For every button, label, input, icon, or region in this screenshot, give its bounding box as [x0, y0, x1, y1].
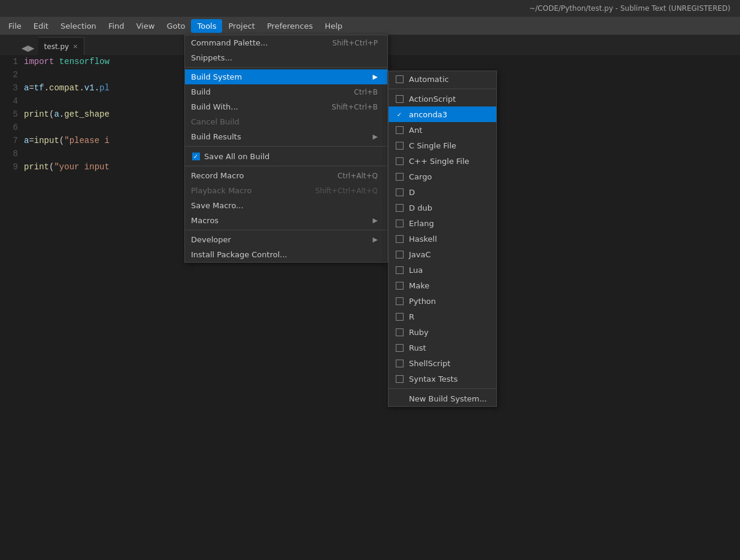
bs-item-javac[interactable]: JavaC — [389, 246, 496, 262]
menu-edit[interactable]: Edit — [28, 19, 54, 33]
item-label: R — [409, 312, 414, 321]
bs-checkbox-c-single-file — [395, 141, 404, 150]
bs-checkbox-anaconda3: ✓ — [395, 109, 404, 119]
menu-item-macros[interactable]: Macros ▶ — [185, 213, 387, 228]
menu-project[interactable]: Project — [222, 19, 260, 33]
unchecked-icon — [396, 297, 404, 305]
bs-item-cargo[interactable]: Cargo — [389, 169, 496, 184]
menu-item-playback-macro: Playback Macro Shift+Ctrl+Alt+Q — [185, 183, 387, 198]
unchecked-icon — [396, 375, 404, 383]
unchecked-icon — [396, 282, 404, 290]
menu-preferences[interactable]: Preferences — [261, 19, 319, 33]
bs-checkbox-make — [395, 281, 404, 290]
menu-view[interactable]: View — [131, 19, 161, 33]
item-label: Developer — [191, 235, 231, 244]
submenu-arrow: ▶ — [373, 217, 378, 224]
menu-goto[interactable]: Goto — [160, 19, 191, 33]
unchecked-icon — [396, 157, 404, 165]
bs-checkbox-cpp-single-file — [395, 156, 404, 166]
menu-item-build-with[interactable]: Build With... Shift+Ctrl+B — [185, 99, 387, 114]
menu-item-build[interactable]: Build Ctrl+B — [185, 84, 387, 99]
bs-item-anaconda3[interactable]: ✓ anconda3 — [389, 106, 496, 122]
item-label: C++ Single File — [409, 157, 469, 166]
menu-item-build-results[interactable]: Build Results ▶ — [185, 129, 387, 144]
bs-item-actionscript[interactable]: ActionScript — [389, 91, 496, 106]
unchecked-icon — [396, 142, 404, 150]
tab-testpy[interactable]: test.py × — [38, 37, 85, 55]
bs-item-lua[interactable]: Lua — [389, 262, 496, 278]
bs-checkbox-d — [395, 187, 404, 197]
menu-item-record-macro[interactable]: Record Macro Ctrl+Alt+Q — [185, 168, 387, 183]
item-label: Build System — [191, 72, 242, 81]
unchecked-icon — [396, 360, 404, 367]
unchecked-icon — [396, 235, 404, 243]
separator-2 — [185, 146, 387, 147]
item-label: Command Palette... — [191, 38, 268, 47]
separator-1 — [185, 67, 387, 68]
bs-separator-1 — [389, 89, 496, 89]
bs-checkbox-d-dub — [395, 203, 404, 212]
item-label: Lua — [409, 266, 423, 275]
bs-item-make[interactable]: Make — [389, 278, 496, 293]
bs-item-haskell[interactable]: Haskell — [389, 231, 496, 246]
bs-item-syntax-tests[interactable]: Syntax Tests — [389, 371, 496, 386]
menu-bar: File Edit Selection Find View Goto Tools… — [0, 17, 740, 35]
menu-item-save-macro[interactable]: Save Macro... — [185, 198, 387, 213]
item-label: Make — [409, 281, 429, 290]
bs-separator-2 — [389, 388, 496, 389]
menu-item-command-palette[interactable]: Command Palette... Shift+Ctrl+P — [185, 35, 387, 50]
item-label: Cargo — [409, 172, 432, 181]
menu-item-snippets[interactable]: Snippets... — [185, 50, 387, 65]
menu-file[interactable]: File — [2, 19, 28, 33]
menu-item-cancel-build: Cancel Build — [185, 114, 387, 129]
bs-item-c-single-file[interactable]: C Single File — [389, 138, 496, 153]
bs-item-ant[interactable]: Ant — [389, 122, 496, 138]
item-label: D — [409, 188, 415, 197]
menu-tools[interactable]: Tools — [191, 19, 222, 33]
bs-checkbox-lua — [395, 265, 404, 275]
bs-item-python[interactable]: Python — [389, 293, 496, 309]
checked-icon: ✓ — [396, 111, 404, 118]
bs-item-r[interactable]: R — [389, 309, 496, 324]
item-label: Automatic — [409, 75, 449, 84]
unchecked-icon — [396, 266, 404, 274]
item-label: ActionScript — [409, 95, 456, 104]
menu-help[interactable]: Help — [319, 19, 348, 33]
title-bar: ~/CODE/Python/test.py - Sublime Text (UN… — [0, 0, 740, 17]
bs-item-cpp-single-file[interactable]: C++ Single File — [389, 153, 496, 169]
bs-item-erlang[interactable]: Erlang — [389, 215, 496, 231]
item-label: Cancel Build — [191, 117, 239, 126]
tab-arrow-left[interactable]: ◀▶ — [18, 41, 38, 55]
item-label: Haskell — [409, 235, 437, 244]
bs-item-d[interactable]: D — [389, 184, 496, 200]
item-label: ShellScript — [409, 359, 450, 368]
bs-item-rust[interactable]: Rust — [389, 340, 496, 355]
bs-item-new-build-system[interactable]: New Build System... — [389, 391, 496, 406]
item-label: Install Package Control... — [191, 250, 287, 259]
unchecked-icon — [396, 328, 404, 336]
menu-item-save-all-on-build[interactable]: ✓ Save All on Build — [185, 148, 387, 164]
bs-checkbox-javac — [395, 249, 404, 259]
item-label: JavaC — [409, 250, 431, 259]
menu-selection[interactable]: Selection — [54, 19, 102, 33]
bs-item-shellscript[interactable]: ShellScript — [389, 355, 496, 371]
bs-checkbox-actionscript — [395, 94, 404, 104]
menu-item-developer[interactable]: Developer ▶ — [185, 232, 387, 247]
bs-item-automatic[interactable]: Automatic — [389, 71, 496, 87]
tab-close-button[interactable]: × — [72, 42, 78, 50]
bs-item-ruby[interactable]: Ruby — [389, 324, 496, 340]
item-label: D dub — [409, 203, 432, 212]
unchecked-icon — [396, 95, 404, 103]
bs-checkbox-automatic — [395, 74, 404, 84]
separator-4 — [185, 230, 387, 230]
bs-item-d-dub[interactable]: D dub — [389, 200, 496, 215]
bs-checkbox-haskell — [395, 234, 404, 244]
checkbox-save-all: ✓ — [191, 151, 201, 161]
item-label: Ruby — [409, 328, 429, 337]
item-label: Rust — [409, 343, 426, 352]
menu-item-install-package-control[interactable]: Install Package Control... — [185, 247, 387, 262]
tools-menu-dropdown: Command Palette... Shift+Ctrl+P Snippets… — [184, 35, 388, 263]
menu-find[interactable]: Find — [102, 19, 131, 33]
item-label: anconda3 — [409, 110, 447, 119]
menu-item-build-system[interactable]: Build System ▶ — [185, 69, 387, 84]
